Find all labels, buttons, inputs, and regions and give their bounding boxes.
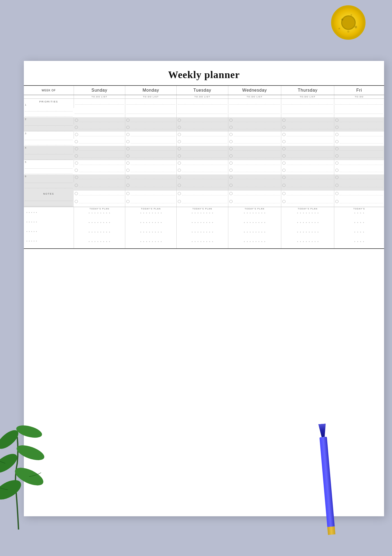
tuesday-header: Tuesday [177,86,228,95]
priority-num-4: 4 [25,146,73,149]
wednesday-notes-a [228,191,281,199]
priority-num-6: 6 [25,175,73,178]
friday-dot-1 [334,210,384,220]
friday-row3b [334,139,384,146]
priority-num-2: 2 [25,118,73,120]
wednesday-dot-2 [228,220,281,230]
tuesday-row2b [177,124,228,132]
priority-row-3a: 3 [24,132,384,139]
tuesday-dot-3 [177,230,228,239]
friday-row2a [334,117,384,124]
friday-row5a [334,160,384,167]
tuesday-row5b [177,167,228,174]
monday-dot-3 [125,230,176,239]
wednesday-row5a [228,160,281,167]
sunday-row6b [74,182,125,190]
thursday-row6b [281,182,334,190]
thursday-row3a [281,132,334,139]
monday-header: Monday [125,86,176,95]
wednesday-notes-b [228,199,281,207]
monday-row5b [125,167,176,174]
sunday-todays-plan-label: TODAY'S PLAN [74,207,125,211]
friday-row4a [334,146,384,153]
sunday-row5a [74,160,125,167]
friday-row1a [334,99,384,108]
friday-row5b [334,167,384,174]
monday-row6b [125,182,176,190]
dot-sidebar-1 [24,210,74,220]
todays-plan-sidebar [24,207,74,211]
priority-4-sidebar: 4 [24,146,74,160]
thursday-row5a [281,160,334,167]
tuesday-dot-1 [177,210,228,220]
tuesday-row1a [177,99,228,108]
svg-point-3 [15,442,45,463]
priority-row-6a: 6 NOTES [24,174,384,182]
thursday-header: Thursday [281,86,334,95]
friday-dot-2 [334,220,384,230]
sunday-dot-1 [74,210,125,220]
wednesday-row1a [228,99,281,108]
tuesday-row6b [177,182,228,190]
header-row: WEEK OF Sunday Monday Tuesday Wednesday … [24,86,384,95]
monday-todays-plan-label: TODAY'S PLAN [125,207,176,211]
dot-grid-row-4 [24,239,384,249]
thursday-row3b [281,139,334,146]
wednesday-row3a [228,132,281,139]
tuesday-notes-a [177,191,228,199]
monday-todo-label: TO-DO LIST [125,95,176,99]
friday-row2b [334,124,384,132]
monday-row3a [125,132,176,139]
tuesday-todays-plan-label: TODAY'S PLAN [177,207,228,211]
thursday-dot-1 [281,210,334,220]
friday-notes-a [334,191,384,199]
friday-row6b [334,182,384,190]
wednesday-dot-3 [228,230,281,239]
thursday-dot-2 [281,220,334,230]
thursday-row1b [281,108,334,117]
priority-num-1: 1 [25,104,73,106]
monday-row1a [125,99,176,108]
tuesday-notes-b [177,199,228,207]
priority-row-5a: 5 [24,160,384,167]
monday-dot-2 [125,220,176,230]
wednesday-row6a [228,174,281,182]
priority-row-2a: 2 [24,117,384,124]
friday-row4b [334,153,384,160]
monday-dot-4 [125,239,176,249]
tape-roll-decoration [331,5,366,40]
planner-paper: Weekly planner WEEK OF Sunday Monday Tue… [24,61,384,516]
sunday-row2a [74,117,125,124]
priority-5-sidebar: 5 [24,160,74,174]
priority-num-5: 5 [25,161,73,163]
sunday-notes-a [74,191,125,199]
monday-row2b [125,124,176,132]
wednesday-row2b [228,124,281,132]
tuesday-row4b [177,153,228,160]
sunday-row4a [74,146,125,153]
priority-row-5b [24,167,384,174]
friday-row3a [334,132,384,139]
thursday-todo-label: TO-DO LIST [281,95,334,99]
priority-row-3b [24,139,384,146]
tuesday-todo-label: TO-DO LIST [177,95,228,99]
wednesday-row4a [228,146,281,153]
sunday-header: Sunday [74,86,125,95]
wednesday-row4b [228,153,281,160]
monday-row4a [125,146,176,153]
planner-table: WEEK OF Sunday Monday Tuesday Wednesday … [24,85,384,249]
monday-notes-b [125,199,176,207]
thursday-row1a [281,99,334,108]
tuesday-dot-2 [177,220,228,230]
thursday-dot-4 [281,239,334,249]
notes-label: NOTES [25,191,73,196]
sunday-notes-b [74,199,125,207]
sunday-row5b [74,167,125,174]
priority-1-line-2 [25,111,73,117]
friday-dot-4 [334,239,384,249]
thursday-notes-b [281,199,334,207]
monday-row6a [125,174,176,182]
priority-row-1b [24,108,384,117]
thursday-dot-3 [281,230,334,239]
priority-row-4a: 4 [24,146,384,153]
